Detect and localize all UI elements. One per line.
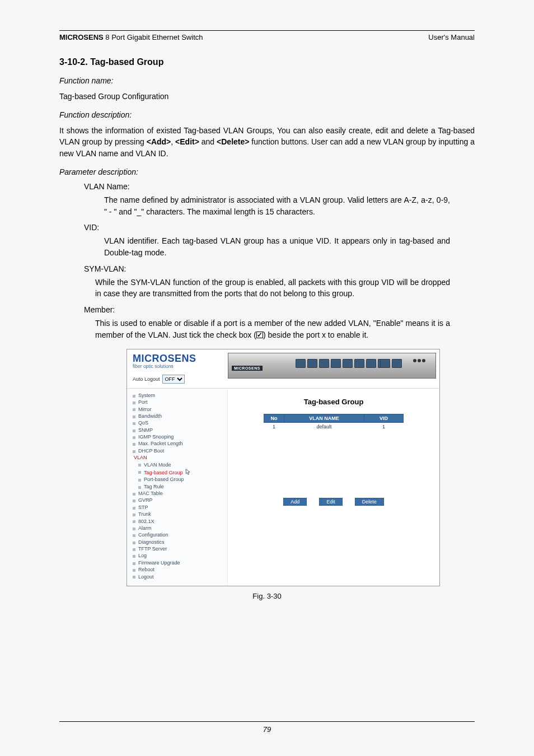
vid-heading: VID: — [84, 223, 475, 232]
vlan-table: No VLAN NAME VID 1 default 1 — [264, 414, 404, 431]
header-left: MICROSENS 8 Port Gigabit Ethernet Switch — [59, 33, 203, 41]
nav-alarm[interactable]: Alarm — [130, 525, 224, 531]
figure-caption: Fig. 3-30 — [59, 592, 475, 600]
header-right: User's Manual — [428, 33, 475, 41]
function-description-label: Function description: — [59, 110, 475, 119]
function-name-value: Tag-based Group Configuration — [59, 91, 475, 102]
nav-stp[interactable]: STP — [130, 504, 224, 511]
nav-tag-rule[interactable]: Tag Rule — [130, 483, 224, 490]
cell-vid: 1 — [364, 422, 404, 431]
nav-vlan-group[interactable]: VLAN — [130, 454, 224, 461]
nav-8021x[interactable]: 802.1X — [130, 517, 224, 524]
content-title: Tag-based Group — [304, 398, 364, 406]
function-description-text: It shows the information of existed Tag-… — [59, 125, 475, 160]
nav-firmware-upgrade[interactable]: Firmware Upgrade — [130, 559, 224, 566]
checkbox-icon — [256, 332, 263, 338]
nav-dhcp-boot[interactable]: DHCP Boot — [130, 447, 224, 454]
nav-bandwidth[interactable]: Bandwidth — [130, 413, 224, 419]
nav-gvrp[interactable]: GVRP — [130, 497, 224, 503]
header-title-rest: 8 Port Gigabit Ethernet Switch — [104, 33, 203, 41]
nav-sidebar: System Port Mirror Bandwidth QoS SNMP IG… — [127, 389, 228, 586]
nav-mac-table[interactable]: MAC Table — [130, 490, 224, 497]
nav-log[interactable]: Log — [130, 552, 224, 559]
sym-vlan-text: While the SYM-VLAN function of the group… — [95, 277, 450, 300]
vlan-name-text: The name defined by administrator is ass… — [104, 194, 450, 217]
nav-vlan-mode[interactable]: VLAN Mode — [130, 461, 224, 468]
member-heading: Member: — [84, 305, 475, 314]
nav-diagnostics[interactable]: Diagnostics — [130, 539, 224, 545]
th-no: No — [264, 414, 284, 422]
nav-port[interactable]: Port — [130, 399, 224, 405]
nav-system[interactable]: System — [130, 392, 224, 399]
embedded-screenshot: MICROSENS fiber optic solutions Auto Log… — [127, 349, 440, 586]
delete-button[interactable]: Delete — [355, 498, 384, 506]
device-banner: MICROSENS — [228, 353, 436, 379]
auto-logout-select[interactable]: OFF — [162, 375, 185, 384]
brand-name: MICROSENS — [59, 33, 104, 41]
shot-brand: MICROSENS — [133, 353, 222, 365]
auto-logout-label: Auto Logout — [133, 376, 160, 382]
vlan-name-heading: VLAN Name: — [84, 182, 475, 191]
nav-igmp-snooping[interactable]: IGMP Snooping — [130, 433, 224, 440]
nav-tag-based-group[interactable]: Tag-based Group — [130, 468, 224, 476]
table-row[interactable]: 1 default 1 — [264, 422, 404, 431]
parameter-description-label: Parameter description: — [59, 167, 475, 176]
page-footer: 79 — [59, 721, 475, 734]
nav-reboot[interactable]: Reboot — [130, 566, 224, 573]
nav-logout[interactable]: Logout — [130, 573, 224, 580]
cell-no: 1 — [264, 422, 284, 431]
nav-tftp-server[interactable]: TFTP Server — [130, 545, 224, 552]
nav-qos[interactable]: QoS — [130, 419, 224, 426]
nav-mirror[interactable]: Mirror — [130, 405, 224, 412]
nav-snmp[interactable]: SNMP — [130, 427, 224, 433]
nav-trunk[interactable]: Trunk — [130, 511, 224, 517]
page-header: MICROSENS 8 Port Gigabit Ethernet Switch… — [59, 33, 475, 41]
cursor-icon — [185, 469, 191, 475]
cell-vlan-name: default — [284, 422, 364, 431]
nav-configuration[interactable]: Configuration — [130, 531, 224, 538]
nav-max-packet-length[interactable]: Max. Packet Length — [130, 440, 224, 447]
sym-vlan-heading: SYM-VLAN: — [84, 264, 475, 273]
section-title: 3-10-2. Tag-based Group — [59, 57, 475, 67]
banner-tag: MICROSENS — [232, 366, 263, 371]
function-name-label: Function name: — [59, 76, 475, 85]
add-button[interactable]: Add — [283, 498, 307, 506]
edit-button[interactable]: Edit — [319, 498, 343, 506]
page-number: 79 — [263, 725, 271, 734]
content-pane: Tag-based Group No VLAN NAME VID 1 defau… — [228, 389, 439, 586]
vid-text: VLAN identifier. Each tag-based VLAN gro… — [104, 235, 450, 258]
th-vlan-name: VLAN NAME — [284, 414, 364, 422]
nav-port-based-group[interactable]: Port-based Group — [130, 476, 224, 483]
member-text: This is used to enable or disable if a p… — [95, 318, 450, 340]
th-vid: VID — [364, 414, 404, 422]
